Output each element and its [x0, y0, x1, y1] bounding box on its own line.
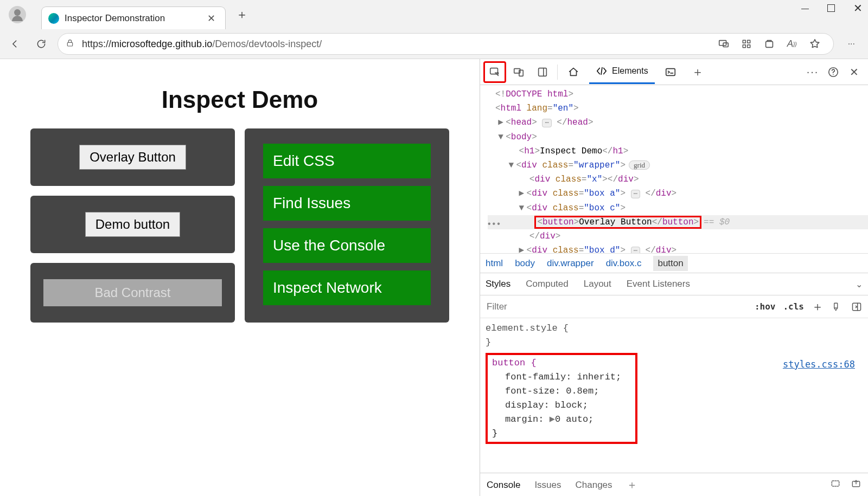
svg-rect-6 — [747, 45, 750, 48]
dom-box-c-close[interactable]: </div> — [488, 229, 868, 243]
tab-elements-label: Elements — [612, 66, 648, 76]
devtools-panel: Elements ＋ ··· ✕ <!DOCTYPE html> <html l… — [480, 59, 868, 496]
drawer-toggle-icon[interactable] — [851, 478, 861, 492]
settings-menu-button[interactable]: ··· — [848, 39, 855, 49]
styles-body[interactable]: element.style { } styles.css:68 button {… — [480, 318, 868, 473]
svg-rect-11 — [539, 68, 547, 76]
dom-box-d[interactable]: ▶<div class="box d"> ⋯ </div> — [488, 243, 868, 253]
device-toolbar-button[interactable] — [507, 61, 530, 83]
tab-console-icon[interactable] — [658, 61, 683, 83]
tab-event-listeners[interactable]: Event Listeners — [627, 279, 690, 289]
collections-icon[interactable] — [763, 37, 776, 50]
tab-close-button[interactable]: ✕ — [205, 10, 218, 27]
inspect-element-button[interactable] — [483, 61, 506, 83]
devtools-tabs: Elements ＋ — [561, 60, 709, 84]
dom-breadcrumb: html body div.wrapper div.box.c button — [480, 253, 868, 273]
favorite-icon[interactable] — [808, 37, 821, 50]
dom-x[interactable]: <div class="x"></div> — [488, 172, 868, 186]
minimize-button[interactable] — [801, 4, 809, 13]
link-find-issues[interactable]: Find Issues — [263, 186, 431, 221]
dom-head[interactable]: ▶<head> ⋯ </head> — [488, 115, 868, 130]
browser-tab-active[interactable]: Inspector Demonstration ✕ — [41, 7, 226, 29]
dom-wrapper[interactable]: ▼<div class="wrapper">grid — [488, 158, 868, 172]
devtools-toolbar: Elements ＋ ··· ✕ — [480, 59, 868, 85]
link-edit-css[interactable]: Edit CSS — [263, 144, 431, 178]
address-bar[interactable]: https://microsoftedge.github.io/Demos/de… — [58, 33, 834, 55]
dom-body[interactable]: ▼<body> — [488, 130, 868, 144]
dom-tree[interactable]: <!DOCTYPE html> <html lang="en"> ▶<head>… — [480, 85, 868, 253]
drawer-console[interactable]: Console — [487, 480, 520, 491]
styles-tabs-overflow[interactable]: ⌄ — [856, 279, 863, 289]
content-area: Inspect Demo Overlay Button Edit CSS Fin… — [0, 59, 868, 496]
url-scheme: https:// — [82, 38, 111, 50]
refresh-button[interactable] — [31, 34, 51, 54]
dom-doctype[interactable]: <!DOCTYPE html> — [488, 87, 868, 101]
tab-layout[interactable]: Layout — [584, 279, 611, 289]
more-tools-button[interactable]: ··· — [806, 66, 819, 79]
overlay-button[interactable]: Overlay Button — [79, 145, 186, 170]
box-bad-contrast: Bad Contrast — [30, 263, 235, 323]
maximize-button[interactable] — [827, 4, 835, 12]
grid-badge[interactable]: grid — [629, 160, 650, 170]
svg-rect-12 — [666, 68, 675, 75]
more-tabs-button[interactable]: ＋ — [686, 61, 709, 83]
toolbar-separator — [557, 65, 558, 80]
read-aloud-icon[interactable]: A)) — [786, 37, 799, 50]
dom-h1[interactable]: <h1>Inspect Demo</h1> — [488, 144, 868, 158]
dock-side-button[interactable] — [531, 61, 554, 83]
titlebar: Inspector Demonstration ✕ ＋ ✕ — [0, 0, 868, 29]
drawer-add-tab[interactable]: ＋ — [627, 478, 637, 492]
crumb-button[interactable]: button — [653, 256, 687, 271]
svg-rect-0 — [67, 42, 72, 46]
edge-favicon — [48, 13, 59, 24]
crumb-box-c[interactable]: div.box.c — [606, 258, 642, 269]
close-window-button[interactable]: ✕ — [853, 4, 863, 13]
dom-html[interactable]: <html lang="en"> — [488, 101, 868, 115]
link-inspect-network[interactable]: Inspect Network — [263, 270, 431, 305]
url-path: /Demos/devtools-inspect/ — [212, 38, 322, 50]
new-style-rule-button[interactable]: ＋ — [812, 301, 824, 313]
tab-welcome[interactable] — [561, 61, 586, 83]
tab-title: Inspector Demonstration — [65, 13, 205, 24]
tab-computed[interactable]: Computed — [526, 279, 568, 289]
bad-contrast-label[interactable]: Bad Contrast — [43, 279, 222, 306]
box-demo: Demo button — [30, 196, 235, 253]
styles-tab-row: Styles Computed Layout Event Listeners ⌄ — [480, 273, 868, 295]
box-links: Edit CSS Find Issues Use the Console Ins… — [245, 128, 449, 323]
tab-elements[interactable]: Elements — [589, 60, 655, 84]
crumb-html[interactable]: html — [486, 258, 503, 269]
dom-box-c[interactable]: ▼<div class="box c"> — [488, 201, 868, 215]
help-button[interactable] — [827, 66, 840, 79]
svg-rect-2 — [723, 43, 728, 47]
computed-styles-button[interactable] — [831, 301, 843, 313]
drawer-changes[interactable]: Changes — [576, 480, 612, 491]
tab-styles[interactable]: Styles — [486, 279, 510, 289]
dom-box-a[interactable]: ▶<div class="box a"> ⋯ </div> — [488, 186, 868, 201]
toggle-sidebar-button[interactable] — [851, 301, 863, 313]
rule-element-style[interactable]: element.style { } — [486, 321, 863, 350]
cls-toggle[interactable]: .cls — [783, 301, 804, 312]
page-heading: Inspect Demo — [11, 86, 469, 113]
hov-toggle[interactable]: :hov — [755, 301, 776, 312]
devtools-toolbar-right: ··· ✕ — [806, 66, 865, 79]
styles-filter-input[interactable] — [486, 301, 747, 313]
drawer-issues[interactable]: Issues — [534, 480, 561, 491]
new-tab-button[interactable]: ＋ — [231, 4, 253, 25]
screen-cast-icon[interactable] — [717, 37, 730, 50]
svg-rect-4 — [747, 40, 750, 43]
drawer-expand-icon[interactable] — [830, 478, 841, 492]
close-devtools-button[interactable]: ✕ — [847, 66, 860, 79]
back-button[interactable] — [5, 34, 25, 54]
stylesheet-source-link[interactable]: styles.css:68 — [783, 357, 855, 371]
devtools-drawer: Console Issues Changes ＋ — [480, 473, 868, 496]
profile-avatar[interactable] — [9, 6, 26, 23]
url-host: microsoftedge.github.io — [111, 38, 212, 50]
demo-button[interactable]: Demo button — [85, 212, 180, 237]
dom-selected-button[interactable]: ••• <button>Overlay Button</button>== $0 — [488, 215, 868, 229]
rule-button[interactable]: button { font-family: inherit; font-size… — [486, 353, 637, 444]
crumb-wrapper[interactable]: div.wrapper — [547, 258, 594, 269]
lock-icon — [66, 38, 74, 50]
crumb-body[interactable]: body — [515, 258, 535, 269]
link-use-console[interactable]: Use the Console — [263, 228, 431, 263]
grid-apps-icon[interactable] — [740, 37, 753, 50]
